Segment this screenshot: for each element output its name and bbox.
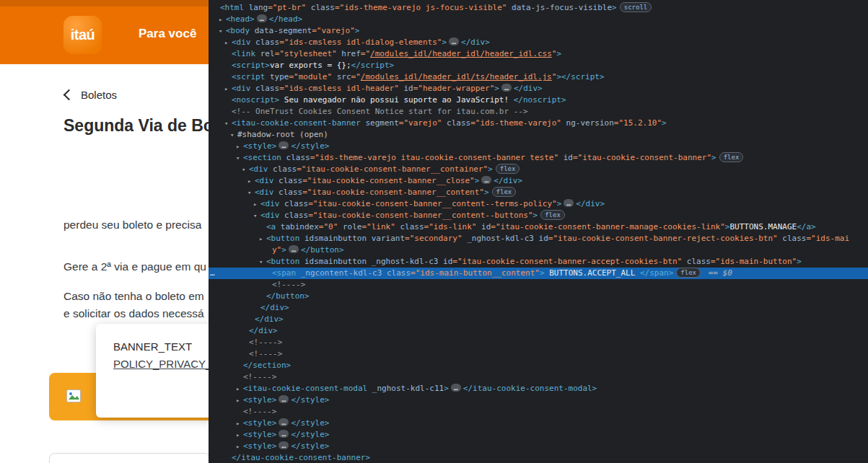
devtools-code-line[interactable]: ▾<div class="itau-cookie-consent-banner_… [209,210,868,221]
expand-arrow-icon[interactable]: ▸ [236,383,243,394]
devtools-code-line[interactable]: </div> [209,314,868,325]
devtools-code-line[interactable]: ▾<button idsmainbutton _nghost-kdl-c3 id… [209,256,868,268]
itau-logo[interactable]: itaú [63,16,102,54]
code-token: ="link" [361,222,395,232]
devtools-code-line[interactable]: <!----> [209,406,868,418]
code-token: == $0 [703,268,732,278]
collapse-arrow-icon[interactable]: ▾ [236,152,243,164]
devtools-code-line[interactable]: <html lang="pt-br" class="ids-theme-vare… [209,2,868,14]
devtools-code-line[interactable]: y">…</button> [209,244,868,256]
devtools-code-line[interactable]: ▾<div class="itau-cookie-consent-banner_… [209,164,868,175]
devtools-code-line[interactable]: </button> [209,291,868,302]
devtools-code-line[interactable]: ▾<section class="ids-theme-varejo itau-c… [209,152,868,164]
devtools-code-line[interactable]: <noscript> Seu navegador não possui supo… [209,94,868,106]
code-token: <style> [243,430,276,439]
devtools-code-line[interactable]: ▸<itau-cookie-consent-modal _nghost-kdl-… [209,383,868,394]
devtools-code-line[interactable]: ▸<style>…</style> [209,418,868,429]
expand-arrow-icon[interactable]: ▸ [236,141,243,152]
adorner-badge[interactable]: flex [676,268,701,278]
devtools-code-line[interactable]: ▸<div class="itau-cookie-consent-banner_… [209,175,868,187]
devtools-code-line[interactable]: <script>var exports = {};</script> [209,60,868,71]
code-token: > [540,268,545,278]
expand-inline-icon[interactable]: … [279,441,289,449]
devtools-code-line[interactable]: ▾#shadow-root (open) [209,129,868,141]
devtools-code-line[interactable]: <!----> [209,348,868,360]
collapse-arrow-icon[interactable]: ▾ [259,256,266,268]
devtools-code-line[interactable]: ▾<body data-segment="varejo"> [209,25,868,37]
adorner-badge[interactable]: flex [540,210,565,220]
devtools-code-line[interactable]: ▸<div class="ids-cmsless idl-header" id=… [209,83,868,94]
collapse-arrow-icon[interactable]: ▾ [247,187,255,198]
devtools-code-line[interactable]: ▸<head>…</head> [209,14,868,25]
devtools-code-line[interactable]: <!----> [209,337,868,348]
expand-inline-icon[interactable]: … [289,245,299,253]
adorner-badge[interactable]: flex [496,164,520,174]
expand-inline-icon[interactable]: … [279,430,289,438]
devtools-code-line[interactable]: <!----> [209,371,868,383]
collapse-arrow-icon[interactable]: ▾ [253,210,260,221]
back-link[interactable]: Boletos [65,89,117,101]
resource-link[interactable]: /modules_idl/header_idl/ts/header_idl.js [361,72,552,81]
code-token: ="ids-cmsless idl-dialog-elements" [279,38,442,47]
expand-inline-icon[interactable]: … [279,395,289,403]
code-token: data-js-focus-visible [507,3,612,12]
devtools-code-line[interactable]: ▾<div class="itau-cookie-consent-banner_… [209,187,868,198]
collapse-arrow-icon[interactable]: ▾ [242,164,249,175]
devtools-code-line[interactable]: ▾<itau-cookie-consent-banner segment="va… [209,118,868,129]
expand-inline-icon[interactable]: … [451,384,461,392]
collapse-arrow-icon[interactable]: ▾ [219,25,226,37]
expand-inline-icon[interactable]: … [257,14,267,22]
privacy-policy-link[interactable]: POLICY_PRIVACY_ [113,358,209,370]
expand-arrow-icon[interactable]: ▸ [236,441,243,452]
expand-arrow-icon[interactable]: ▸ [259,233,266,244]
devtools-code-line[interactable]: <script type="module" src="/modules_idl/… [209,71,868,83]
code-token: ="header-wrapper" [413,84,495,93]
devtools-code-line[interactable]: ▸<style>…</style> [209,141,868,152]
devtools-code-line[interactable]: ▸<div class="ids-cmsless idl-dialog-elem… [209,37,868,48]
code-token: </script> [561,72,605,81]
expand-arrow-icon[interactable]: ▸ [236,418,243,429]
code-token: BUTTONS.MANAGE [729,222,797,232]
expand-arrow-icon[interactable]: ▸ [236,394,243,406]
expand-inline-icon[interactable]: … [481,176,491,184]
expand-inline-icon[interactable]: … [449,38,459,45]
devtools-code-line[interactable]: ▸<style>…</style> [209,441,868,452]
devtools-selected-node[interactable]: …<span _ngcontent-kdl-c3 class="ids-main… [209,268,868,279]
collapse-arrow-icon[interactable]: ▾ [230,129,237,141]
code-token: </div> [461,38,490,47]
devtools-code-line[interactable]: </div> [209,302,868,314]
expand-arrow-icon[interactable]: ▸ [224,83,232,94]
devtools-code-line[interactable]: <!----> [209,279,868,291]
node-more-actions-icon[interactable]: … [210,268,215,279]
code-token: ng-version [561,118,614,128]
expand-arrow-icon[interactable]: ▸ [247,175,255,187]
expand-inline-icon[interactable]: … [279,418,289,426]
expand-arrow-icon[interactable]: ▸ [219,14,226,25]
devtools-code-line[interactable]: ▸<style>…</style> [209,429,868,441]
expand-inline-icon[interactable]: … [564,199,574,207]
adorner-badge[interactable]: flex [719,152,744,162]
devtools-code-line[interactable]: ▸<button idsmainbutton variant="secondar… [209,233,868,244]
adorner-badge[interactable]: scroll [620,2,652,12]
devtools-code-line[interactable]: </section> [209,360,868,371]
devtools-code-line[interactable]: ▸<div class="itau-cookie-consent-banner_… [209,198,868,210]
expand-arrow-icon[interactable]: ▸ [224,37,232,48]
expand-arrow-icon[interactable]: ▸ [253,198,260,210]
code-token: =" [361,49,370,58]
devtools-code-line[interactable]: <!-- OneTrust Cookies Consent Notice sta… [209,106,868,118]
code-token: ="ids-mai [806,234,849,243]
nav-para-voce[interactable]: Para você [139,27,196,41]
resource-link[interactable]: /modules_idl/header_idl/header_idl.css [370,49,552,58]
expand-inline-icon[interactable]: … [279,141,289,149]
code-token: variant [367,234,405,243]
devtools-code-line[interactable]: ▸<style>…</style> [209,394,868,406]
devtools-code-line[interactable]: </div> [209,325,868,337]
expand-arrow-icon[interactable]: ▸ [236,429,243,441]
devtools-code-line[interactable]: <a tabindex="0" role="link" class="ids-l… [209,221,868,233]
devtools-code-line[interactable]: <link rel="stylesheet" href="/modules_id… [209,48,868,60]
devtools-code-line[interactable]: </itau-cookie-consent-banner> [209,452,868,463]
collapse-arrow-icon[interactable]: ▾ [224,118,232,129]
adorner-badge[interactable]: flex [492,187,517,197]
expand-inline-icon[interactable]: … [501,84,512,92]
code-token: <!-- OneTrust Cookies Consent Notice sta… [232,107,528,116]
